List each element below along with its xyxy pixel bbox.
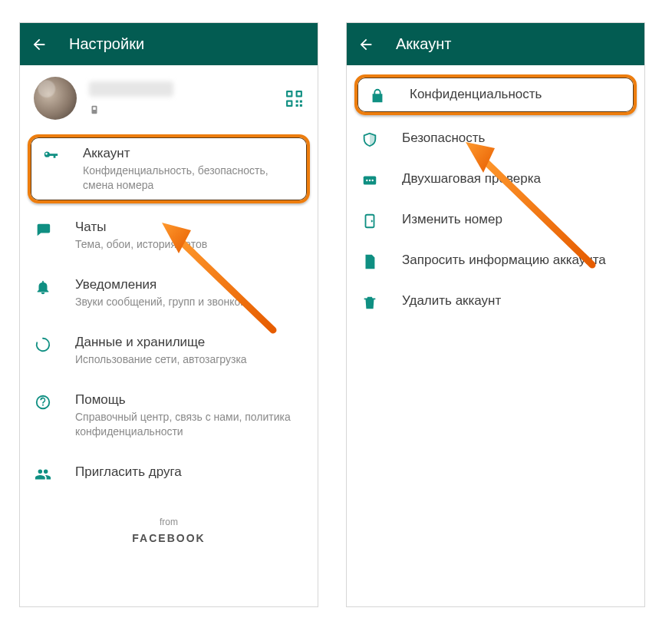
key-icon — [41, 145, 60, 164]
lock-icon — [368, 85, 387, 104]
item-title: Чаты — [75, 219, 304, 236]
svg-point-14 — [366, 180, 367, 181]
back-arrow-icon[interactable] — [357, 36, 374, 53]
settings-item-help[interactable]: Помощь Справочный центр, связь с нами, п… — [20, 379, 318, 451]
item-title: Уведомления — [75, 276, 304, 293]
settings-screen: Настройки Аккаунт Конфиденциальность, бе… — [20, 23, 318, 606]
item-sub: Звуки сообщений, групп и звонков — [75, 295, 304, 309]
item-title: Изменить номер — [402, 211, 631, 228]
item-title: Пригласить друга — [75, 464, 304, 481]
settings-list: Аккаунт Конфиденциальность, безопасность… — [20, 134, 318, 544]
svg-rect-7 — [296, 104, 298, 106]
profile-row[interactable] — [20, 65, 318, 131]
account-screen: Аккаунт Конфиденциальность Безопасность — [347, 23, 644, 606]
item-title: Аккаунт — [83, 145, 296, 162]
sim-swap-icon — [361, 210, 379, 230]
item-title: Конфиденциальность — [410, 86, 623, 103]
item-sub: Конфиденциальность, безопасность, смена … — [83, 164, 296, 193]
item-title: Безопасность — [402, 130, 631, 147]
footer: from FACEBOOK — [20, 517, 318, 544]
account-list: Конфиденциальность Безопасность Двухшаго… — [347, 74, 644, 322]
account-item-delete[interactable]: Удалить аккаунт — [347, 281, 644, 322]
highlight-box-privacy: Конфиденциальность — [354, 74, 637, 115]
footer-brand: FACEBOOK — [20, 532, 318, 544]
account-item-request-info[interactable]: Запросить информацию аккаунта — [347, 240, 644, 281]
account-item-privacy[interactable]: Конфиденциальность — [364, 85, 628, 104]
item-title: Удалить аккаунт — [402, 292, 631, 309]
qr-code-icon[interactable] — [285, 89, 304, 108]
svg-rect-5 — [296, 100, 298, 102]
profile-name — [89, 81, 285, 115]
account-item-security[interactable]: Безопасность — [347, 118, 644, 159]
avatar — [34, 77, 77, 120]
highlight-box-account: Аккаунт Конфиденциальность, безопасность… — [28, 134, 310, 203]
item-sub: Использование сети, автозагрузка — [75, 352, 304, 367]
header-bar: Аккаунт — [347, 23, 644, 65]
svg-rect-8 — [300, 104, 302, 106]
settings-item-account[interactable]: Аккаунт Конфиденциальность, безопасность… — [37, 145, 301, 193]
shield-icon — [361, 129, 379, 148]
trash-icon — [361, 292, 379, 311]
help-icon — [34, 391, 52, 411]
svg-point-15 — [369, 180, 371, 181]
svg-rect-11 — [288, 101, 291, 104]
header-bar: Настройки — [20, 23, 318, 65]
header-title: Аккаунт — [396, 35, 451, 53]
item-title: Помощь — [75, 391, 304, 408]
svg-rect-9 — [288, 92, 291, 95]
item-title: Запросить информацию аккаунта — [402, 252, 631, 269]
item-sub: Справочный центр, связь с нами, политика… — [75, 410, 304, 439]
people-icon — [34, 464, 52, 483]
pin-pad-icon — [361, 170, 379, 189]
header-title: Настройки — [69, 35, 144, 53]
svg-rect-10 — [298, 92, 301, 95]
settings-item-chats[interactable]: Чаты Тема, обои, история чатов — [20, 206, 318, 264]
account-item-twostep[interactable]: Двухшаговая проверка — [347, 159, 644, 200]
data-usage-icon — [34, 334, 52, 353]
svg-rect-1 — [93, 107, 96, 111]
item-sub: Тема, обои, история чатов — [75, 237, 304, 252]
chat-icon — [34, 219, 52, 238]
settings-item-invite[interactable]: Пригласить друга — [20, 451, 318, 495]
settings-item-data[interactable]: Данные и хранилище Использование сети, а… — [20, 322, 318, 379]
profile-status-icon — [89, 104, 100, 115]
back-arrow-icon[interactable] — [31, 36, 48, 53]
account-item-change-number[interactable]: Изменить номер — [347, 200, 644, 240]
svg-point-16 — [371, 180, 373, 181]
settings-item-notifications[interactable]: Уведомления Звуки сообщений, групп и зво… — [20, 264, 318, 322]
footer-from: from — [20, 517, 318, 527]
svg-rect-6 — [300, 100, 302, 102]
document-icon — [361, 251, 379, 270]
item-title: Двухшаговая проверка — [402, 170, 631, 187]
profile-name-blurred — [89, 81, 173, 97]
bell-icon — [34, 276, 52, 296]
item-title: Данные и хранилище — [75, 334, 304, 351]
